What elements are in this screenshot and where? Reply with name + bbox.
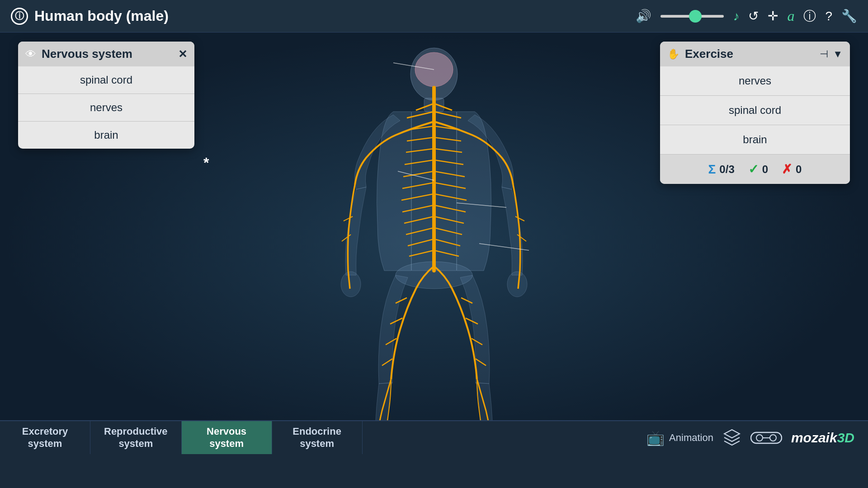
- mozaik3d-logo: mozaik3D: [791, 430, 854, 446]
- volume-icon[interactable]: 🔊: [636, 9, 651, 23]
- animation-label: Animation: [669, 432, 713, 444]
- layers-button[interactable]: [722, 427, 741, 448]
- exercise-panel: ✋ Exercise ⊣ ▼ nerves spinal cord brain …: [660, 42, 850, 184]
- app-title: Human body (male): [34, 8, 169, 24]
- nervous-panel-header: 👁 Nervous system ✕: [18, 42, 194, 66]
- exercise-controls: ⊣ ▼: [820, 48, 843, 60]
- vr-icon: [750, 430, 782, 446]
- volume-track[interactable]: [660, 15, 724, 18]
- score-wrong: ✗ 0: [782, 162, 802, 177]
- header-title-area: ⓘ Human body (male): [11, 8, 636, 25]
- tab-reproductive-system[interactable]: Reproductive system: [90, 421, 182, 454]
- info-icon[interactable]: ⓘ: [11, 8, 28, 25]
- info-button[interactable]: ⓘ: [803, 8, 816, 25]
- wrong-value: 0: [796, 163, 802, 176]
- header-controls: 🔊 ♪ ↺ ✛ a ⓘ ? 🔧: [636, 8, 857, 25]
- tv-icon: 📺: [646, 429, 665, 446]
- exercise-collapse-button[interactable]: ▼: [833, 48, 843, 60]
- help-button[interactable]: ?: [825, 9, 832, 23]
- score-total-value: 0/3: [719, 163, 734, 176]
- volume-slider[interactable]: [660, 15, 724, 18]
- exercise-exit-button[interactable]: ⊣: [820, 48, 828, 60]
- correct-value: 0: [762, 163, 768, 176]
- rotate-icon[interactable]: ↺: [748, 9, 759, 23]
- exercise-item-nerves[interactable]: nerves: [660, 66, 850, 96]
- tab-endocrine-system[interactable]: Endocrine system: [272, 421, 363, 454]
- footer: Excretory system Reproductive system Ner…: [0, 420, 868, 454]
- nervous-panel-title: Nervous system: [42, 47, 173, 61]
- footer-right-controls: 📺 Animation mozaik3D: [633, 421, 868, 454]
- exercise-panel-title: Exercise: [685, 47, 814, 61]
- exercise-item-brain[interactable]: brain: [660, 125, 850, 155]
- main-area: * 👁 Nervous system ✕ spinal cord nerves …: [0, 33, 868, 454]
- body-svg: [307, 45, 561, 442]
- vr-button[interactable]: [750, 430, 782, 446]
- nervous-panel-close-button[interactable]: ✕: [178, 48, 187, 61]
- music-icon[interactable]: ♪: [733, 9, 739, 23]
- move-icon[interactable]: ✛: [768, 9, 778, 23]
- exercise-score-bar: Σ 0/3 ✓ 0 ✗ 0: [660, 155, 850, 184]
- eye-icon: 👁: [25, 48, 36, 61]
- exercise-item-spinal-cord[interactable]: spinal cord: [660, 96, 850, 125]
- x-icon: ✗: [782, 162, 792, 177]
- layers-icon: [722, 427, 741, 446]
- tab-nervous-system[interactable]: Nervous system: [182, 421, 272, 454]
- italic-a-button[interactable]: a: [787, 8, 794, 24]
- svg-point-55: [770, 435, 776, 441]
- tab-excretory-system[interactable]: Excretory system: [0, 421, 90, 454]
- settings-button[interactable]: 🔧: [841, 9, 857, 23]
- asterisk-label: *: [203, 155, 209, 171]
- score-correct: ✓ 0: [748, 162, 768, 177]
- exercise-hand-icon: ✋: [667, 48, 679, 60]
- header: ⓘ Human body (male) 🔊 ♪ ↺ ✛ a ⓘ ? 🔧: [0, 0, 868, 33]
- svg-point-5: [341, 272, 361, 297]
- nervous-item-brain[interactable]: brain: [18, 122, 194, 149]
- sigma-icon: Σ: [708, 162, 716, 177]
- exercise-panel-header: ✋ Exercise ⊣ ▼: [660, 42, 850, 66]
- nervous-item-spinal-cord[interactable]: spinal cord: [18, 66, 194, 94]
- score-total: Σ 0/3: [708, 162, 735, 177]
- nervous-system-panel: 👁 Nervous system ✕ spinal cord nerves br…: [18, 42, 194, 149]
- animation-button[interactable]: 📺 Animation: [646, 429, 713, 446]
- svg-point-6: [507, 272, 527, 297]
- nervous-item-nerves[interactable]: nerves: [18, 94, 194, 122]
- svg-marker-52: [724, 430, 740, 438]
- check-icon: ✓: [748, 162, 759, 177]
- volume-thumb[interactable]: [689, 10, 702, 23]
- svg-point-54: [756, 435, 763, 441]
